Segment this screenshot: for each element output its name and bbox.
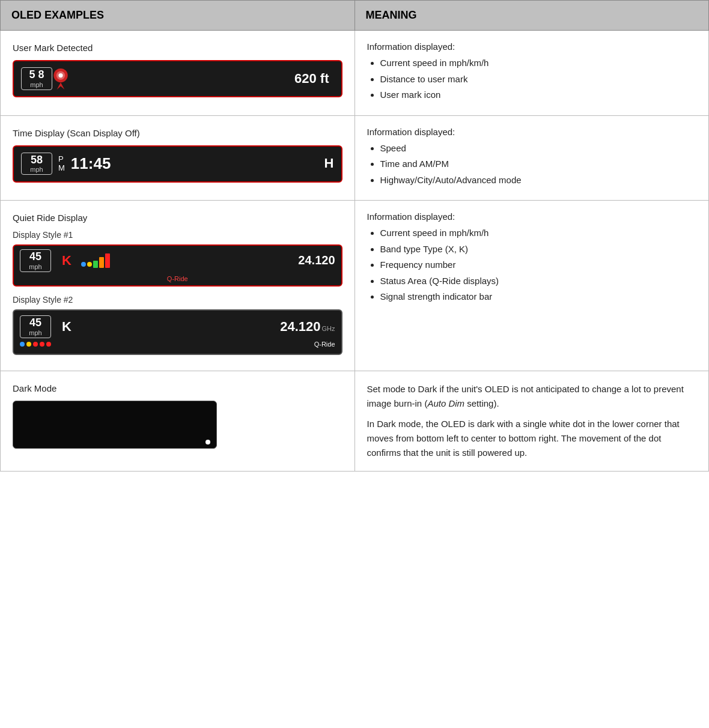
bullet-item: Signal strength indicator bar (380, 290, 697, 304)
dot-blue (81, 262, 86, 267)
speed-box-2: 58 mph (21, 153, 52, 175)
bullet-item: Current speed in mph/km/h (380, 226, 697, 240)
bullet-item: User mark icon (380, 88, 697, 102)
distance-text: 620 ft (294, 71, 333, 86)
dot-red3-s2 (46, 342, 51, 347)
speed-unit-3b: mph (24, 329, 47, 336)
table-row-time-display: Time Display (Scan Display Off) 58 mph P… (1, 115, 709, 201)
quiet-ride-style1-row: 45 mph K 24.120 (20, 249, 335, 272)
user-mark-oled: 5 8 mph 620 ft (13, 60, 342, 97)
header-col1-text: OLED EXAMPLES (11, 9, 104, 21)
main-table: OLED EXAMPLES MEANING User Mark Detected… (0, 0, 709, 472)
qride-label-style1: Q-Ride (167, 275, 188, 282)
style1-label: Display Style #1 (13, 230, 342, 240)
auto-dim-italic: Auto Dim (427, 398, 464, 408)
time-display-oled: 58 mph PM 11:45 H (13, 145, 342, 183)
time-display-meaning-title: Information displayed: (367, 127, 697, 137)
time-display-oled-row: 58 mph PM 11:45 H (21, 153, 334, 175)
dark-mode-para1: Set mode to Dark if the unit's OLED is n… (367, 382, 697, 411)
speed-unit-1: mph (25, 81, 48, 88)
quiet-ride-style2-bottom: Q-Ride (20, 341, 335, 348)
freq-ghz-style2: 24.120 GHz (280, 319, 335, 335)
qride-label-style2: Q-Ride (314, 341, 335, 348)
band-letter-style2: K (62, 319, 72, 335)
mode-letter: H (324, 156, 334, 171)
bar-green (93, 261, 98, 268)
time-display-example-col: Time Display (Scan Display Off) 58 mph P… (1, 115, 355, 201)
quiet-ride-meaning-col: Information displayed: Current speed in … (354, 201, 709, 371)
speed-unit-2: mph (25, 166, 48, 173)
speed-box-3a: 45 mph (20, 249, 51, 272)
speed-unit-3a: mph (24, 263, 47, 270)
dark-mode-label: Dark Mode (13, 382, 342, 395)
user-mark-meaning-title: Information displayed: (367, 41, 697, 52)
table-row-quiet-ride: Quiet Ride Display Display Style #1 45 m… (1, 201, 709, 371)
freq-sub-style2: GHz (322, 325, 335, 332)
bullet-item: Frequency number (380, 258, 697, 272)
dot-red1-s2 (33, 342, 38, 347)
bullet-item: Distance to user mark (380, 73, 697, 86)
quiet-ride-oled-style2: 45 mph K 24.120 GHz (13, 309, 342, 355)
bullet-item: Time and AM/PM (380, 157, 697, 171)
time-value: 11:45 (71, 154, 111, 173)
quiet-ride-meaning-title: Information displayed: (367, 211, 697, 222)
quiet-ride-style2-top: 45 mph K 24.120 GHz (20, 315, 335, 338)
dark-mode-example-col: Dark Mode (1, 371, 355, 472)
header-col1: OLED EXAMPLES (1, 1, 355, 31)
quiet-ride-oled-style1: 45 mph K 24.120 Q-Ride (13, 244, 342, 287)
bar-orange (99, 257, 104, 268)
quiet-ride-example-col: Quiet Ride Display Display Style #1 45 m… (1, 201, 355, 371)
dot-yellow (87, 262, 92, 267)
speed-box-3b: 45 mph (20, 315, 51, 338)
user-mark-meaning-col: Information displayed: Current speed in … (354, 31, 709, 116)
dark-mode-dot (205, 440, 210, 444)
pin-icon (52, 68, 69, 89)
speed-value-2: 58 (31, 154, 43, 166)
dark-mode-para2: In Dark mode, the OLED is dark with a si… (367, 417, 697, 460)
quiet-ride-label: Quiet Ride Display (13, 211, 342, 224)
style2-label: Display Style #2 (13, 295, 342, 305)
user-mark-label: User Mark Detected (13, 41, 342, 54)
dot-yellow-s2 (26, 342, 31, 347)
dark-mode-meaning-col: Set mode to Dark if the unit's OLED is n… (354, 371, 709, 472)
bar-red (105, 253, 110, 268)
header-col2: MEANING (354, 1, 709, 31)
speed-value-1: 5 8 (29, 68, 44, 80)
bullet-item: Status Area (Q-Ride displays) (380, 275, 697, 288)
signal-dots-style2 (20, 342, 51, 347)
dot-blue-s2 (20, 342, 25, 347)
speed-value-3a: 45 (29, 250, 41, 262)
bullet-item: Current speed in mph/km/h (380, 56, 697, 70)
freq-main-style2: 24.120 (280, 319, 320, 335)
time-display-meaning-col: Information displayed: Speed Time and AM… (354, 115, 709, 201)
bullet-item: Speed (380, 142, 697, 156)
dark-mode-oled (13, 401, 217, 449)
user-mark-bullets: Current speed in mph/km/h Distance to us… (380, 56, 697, 102)
table-row-user-mark: User Mark Detected 5 8 mph 620 ft (1, 31, 709, 116)
speed-value-3b: 45 (29, 317, 41, 329)
header-col2-text: MEANING (366, 9, 417, 21)
bullet-item: Highway/City/Auto/Advanced mode (380, 174, 697, 187)
freq-style1: 24.120 (298, 253, 335, 267)
table-header: OLED EXAMPLES MEANING (1, 1, 709, 31)
time-display-label: Time Display (Scan Display Off) (13, 127, 342, 139)
bullet-item: Band type Type (X, K) (380, 243, 697, 256)
speed-box-1: 5 8 mph (21, 67, 52, 90)
signal-strength-style1 (81, 253, 110, 268)
table-row-dark-mode: Dark Mode Set mode to Dark if the unit's… (1, 371, 709, 472)
user-mark-oled-row: 5 8 mph 620 ft (21, 67, 334, 90)
dot-red2-s2 (40, 342, 44, 347)
user-mark-example-col: User Mark Detected 5 8 mph 620 ft (1, 31, 355, 116)
svg-point-2 (58, 73, 62, 77)
pm-indicator: PM (58, 154, 65, 173)
band-letter-style1: K (62, 253, 72, 268)
quiet-ride-bullets: Current speed in mph/km/h Band type Type… (380, 226, 697, 304)
time-display-bullets: Speed Time and AM/PM Highway/City/Auto/A… (380, 142, 697, 187)
